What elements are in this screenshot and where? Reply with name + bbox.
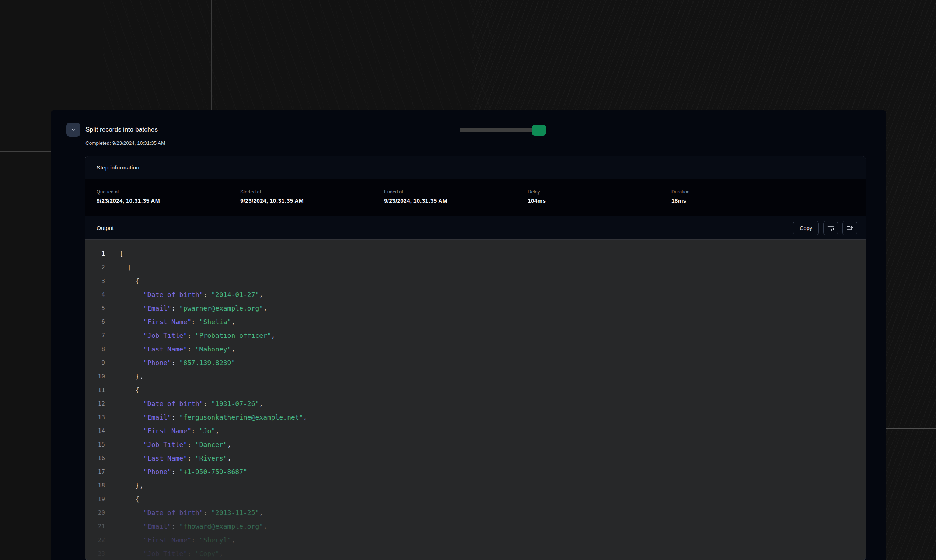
step-title: Split records into batches: [86, 126, 158, 133]
line-number: 14: [85, 424, 105, 438]
field-label: Queued at: [97, 189, 240, 194]
output-header: Output Copy: [85, 216, 866, 240]
code-line-content: [: [105, 260, 132, 274]
code-line: 20 "Date of birth": "2013-11-25",: [85, 506, 866, 520]
code-line-content: "First Name": "Sheryl",: [105, 533, 235, 547]
screen: Split records into batches Completed: 9/…: [0, 0, 936, 560]
step-information-title: Step information: [97, 164, 139, 171]
code-line: 16 "Last Name": "Rivers",: [85, 451, 866, 465]
scroll-to-top-icon: [846, 225, 853, 232]
code-line-content: "Job Title": "Probation officer",: [105, 329, 275, 342]
code-line-content: "Email": "fhoward@example.org",: [105, 520, 267, 533]
line-number: 21: [85, 520, 105, 533]
line-number: 12: [85, 397, 105, 411]
code-line-content: {: [105, 383, 139, 397]
field-value: 18ms: [671, 197, 815, 204]
code-line: 17 "Phone": "+1-950-759-8687": [85, 465, 866, 478]
code-line: 21 "Email": "fhoward@example.org",: [85, 520, 866, 533]
code-line-content: "Phone": "+1-950-759-8687": [105, 465, 247, 478]
output-title: Output: [97, 225, 114, 231]
code-line-content: [: [105, 247, 123, 260]
code-line: 14 "First Name": "Jo",: [85, 424, 866, 438]
field-value: 9/23/2024, 10:31:35 AM: [240, 197, 384, 204]
line-number: 9: [85, 356, 105, 369]
line-number: 3: [85, 274, 105, 288]
code-line-content: },: [105, 369, 143, 383]
field-value: 9/23/2024, 10:31:35 AM: [384, 197, 528, 204]
code-line: 6 "First Name": "Shelia",: [85, 315, 866, 329]
code-line-content: "Date of birth": "2014-01-27",: [105, 288, 263, 302]
line-number: 20: [85, 506, 105, 520]
field-label: Started at: [240, 189, 384, 194]
line-number: 4: [85, 288, 105, 302]
code-line-content: {: [105, 492, 139, 506]
code-line-content: "Date of birth": "2013-11-25",: [105, 506, 263, 520]
timeline-handle[interactable]: [532, 125, 546, 135]
field-started-at: Started at 9/23/2024, 10:31:35 AM: [240, 189, 384, 216]
background-vertical-line: [211, 0, 212, 111]
step-information-fields: Queued at 9/23/2024, 10:31:35 AM Started…: [85, 179, 866, 216]
field-label: Ended at: [384, 189, 528, 194]
code-line-content: "Date of birth": "1931-07-26",: [105, 397, 263, 411]
code-line-content: "Job Title": "Dancer",: [105, 438, 231, 451]
line-number: 11: [85, 383, 105, 397]
line-number: 8: [85, 342, 105, 356]
line-number: 1: [85, 247, 105, 260]
timeline-elapsed-segment: [460, 128, 533, 132]
line-number: 17: [85, 465, 105, 478]
code-line: 10 },: [85, 369, 866, 383]
code-line: 13 "Email": "fergusonkatherine@example.n…: [85, 411, 866, 424]
field-queued-at: Queued at 9/23/2024, 10:31:35 AM: [97, 189, 240, 216]
step-information-header: Step information: [85, 156, 866, 179]
line-number: 7: [85, 329, 105, 342]
code-line: 1[: [85, 247, 866, 260]
background-horizontal-line-right: [886, 428, 936, 429]
code-line-content: "Email": "pwarner@example.org",: [105, 302, 267, 315]
line-number: 6: [85, 315, 105, 329]
code-line: 5 "Email": "pwarner@example.org",: [85, 302, 866, 315]
code-line: 2 [: [85, 260, 866, 274]
step-information-card: Step information Queued at 9/23/2024, 10…: [85, 156, 866, 560]
wrap-text-icon: [827, 225, 834, 232]
line-number: 15: [85, 438, 105, 451]
line-number: 18: [85, 478, 105, 492]
code-line-content: "Last Name": "Rivers",: [105, 451, 231, 465]
code-line: 19 {: [85, 492, 866, 506]
code-line-content: "First Name": "Shelia",: [105, 315, 235, 329]
output-code-viewer[interactable]: 1[2 [3 {4 "Date of birth": "2014-01-27",…: [85, 240, 866, 560]
step-collapse-button[interactable]: [66, 123, 80, 137]
line-number: 16: [85, 451, 105, 465]
code-line: 4 "Date of birth": "2014-01-27",: [85, 288, 866, 302]
code-line: 9 "Phone": "857.139.8239": [85, 356, 866, 369]
field-delay: Delay 104ms: [528, 189, 671, 216]
field-value: 9/23/2024, 10:31:35 AM: [97, 197, 240, 204]
line-number: 5: [85, 302, 105, 315]
code-line: 22 "First Name": "Sheryl",: [85, 533, 866, 547]
code-line-content: "Email": "fergusonkatherine@example.net"…: [105, 411, 307, 424]
field-label: Duration: [671, 189, 815, 194]
field-label: Delay: [528, 189, 671, 194]
line-number: 23: [85, 547, 105, 560]
copy-button[interactable]: Copy: [793, 221, 819, 235]
code-line: 23 "Job Title": "Copy",: [85, 547, 866, 560]
line-number: 19: [85, 492, 105, 506]
code-line: 8 "Last Name": "Mahoney",: [85, 342, 866, 356]
scroll-to-top-button[interactable]: [842, 221, 857, 235]
step-detail-panel: Split records into batches Completed: 9/…: [51, 110, 886, 560]
code-line: 7 "Job Title": "Probation officer",: [85, 329, 866, 342]
code-line: 12 "Date of birth": "1931-07-26",: [85, 397, 866, 411]
line-number: 22: [85, 533, 105, 547]
code-line: 15 "Job Title": "Dancer",: [85, 438, 866, 451]
field-duration: Duration 18ms: [671, 189, 815, 216]
code-line: 3 {: [85, 274, 866, 288]
code-line-content: },: [105, 478, 143, 492]
code-line-content: "Phone": "857.139.8239": [105, 356, 235, 369]
code-line-content: {: [105, 274, 139, 288]
field-value: 104ms: [528, 197, 671, 204]
code-line-content: "First Name": "Jo",: [105, 424, 219, 438]
background-horizontal-line-left: [0, 151, 51, 152]
code-line-content: "Last Name": "Mahoney",: [105, 342, 235, 356]
code-line: 11 {: [85, 383, 866, 397]
line-number: 10: [85, 369, 105, 383]
wrap-text-button[interactable]: [823, 221, 838, 235]
